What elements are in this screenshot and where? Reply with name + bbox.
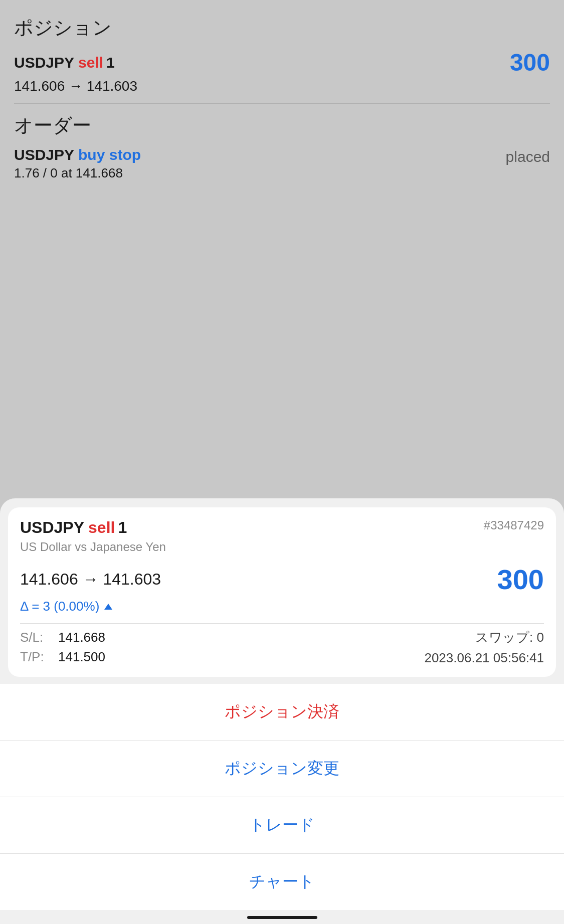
- position-lot: 1: [106, 54, 115, 71]
- action-buttons: ポジション決済 ポジション変更 トレード チャート: [0, 684, 564, 910]
- card-lot: 1: [118, 518, 127, 537]
- tp-info: T/P: 141.500: [20, 649, 105, 665]
- sl-label: S/L:: [20, 630, 50, 645]
- position-symbol: USDJPY: [14, 54, 74, 71]
- orders-section-title: オーダー: [14, 113, 550, 138]
- tp-value: 141.500: [58, 649, 105, 665]
- card-info-left: S/L: 141.668 T/P: 141.500: [20, 630, 105, 665]
- card-description: US Dollar vs Japanese Yen: [20, 540, 544, 554]
- positions-section-title: ポジション: [14, 15, 550, 41]
- sl-value: 141.668: [58, 630, 105, 645]
- order-direction: buy stop: [78, 146, 141, 163]
- card-prices: 141.606 → 141.603: [20, 570, 161, 589]
- card-delta: Δ = 3 (0.00%): [20, 599, 544, 614]
- order-status: placed: [506, 148, 550, 165]
- close-position-button[interactable]: ポジション決済: [0, 684, 564, 741]
- card-header: USDJPY sell 1 #33487429: [20, 518, 544, 537]
- position-detail-card: USDJPY sell 1 #33487429 US Dollar vs Jap…: [8, 507, 556, 677]
- timestamp: 2023.06.21 05:56:41: [424, 650, 544, 666]
- bottom-card: USDJPY sell 1 #33487429 US Dollar vs Jap…: [0, 498, 564, 924]
- card-info-row: S/L: 141.668 T/P: 141.500 スワップ: 0 2023.0…: [20, 629, 544, 666]
- order-symbol-line: USDJPY buy stop: [14, 146, 141, 163]
- home-indicator: [247, 916, 317, 919]
- order-item[interactable]: USDJPY buy stop 1.76 / 0 at 141.668 plac…: [14, 146, 550, 181]
- chart-button[interactable]: チャート: [0, 854, 564, 910]
- card-price-row: 141.606 → 141.603 300: [20, 563, 544, 596]
- card-direction: sell: [88, 518, 115, 537]
- card-divider: [20, 623, 544, 624]
- position-direction: sell: [78, 54, 103, 71]
- order-symbol: USDJPY: [14, 146, 74, 163]
- swap-info: スワップ: 0: [475, 629, 544, 646]
- delta-arrow-icon: [104, 604, 112, 610]
- card-info-right: スワップ: 0 2023.06.21 05:56:41: [424, 629, 544, 666]
- position-symbol-line: USDJPY sell 1: [14, 54, 115, 71]
- position-profit: 300: [510, 49, 550, 76]
- trade-button[interactable]: トレード: [0, 797, 564, 854]
- position-prices: 141.606 → 141.603: [14, 78, 550, 94]
- card-symbol-line: USDJPY sell 1: [20, 518, 127, 537]
- tp-label: T/P:: [20, 649, 50, 665]
- modify-position-button[interactable]: ポジション変更: [0, 741, 564, 797]
- section-divider: [14, 103, 550, 104]
- sl-info: S/L: 141.668: [20, 630, 105, 645]
- order-left: USDJPY buy stop 1.76 / 0 at 141.668: [14, 146, 141, 181]
- card-id: #33487429: [484, 518, 544, 532]
- order-details: 1.76 / 0 at 141.668: [14, 165, 141, 181]
- position-item[interactable]: USDJPY sell 1 300 141.606 → 141.603: [14, 49, 550, 94]
- card-profit: 300: [497, 563, 544, 596]
- card-symbol: USDJPY: [20, 518, 84, 537]
